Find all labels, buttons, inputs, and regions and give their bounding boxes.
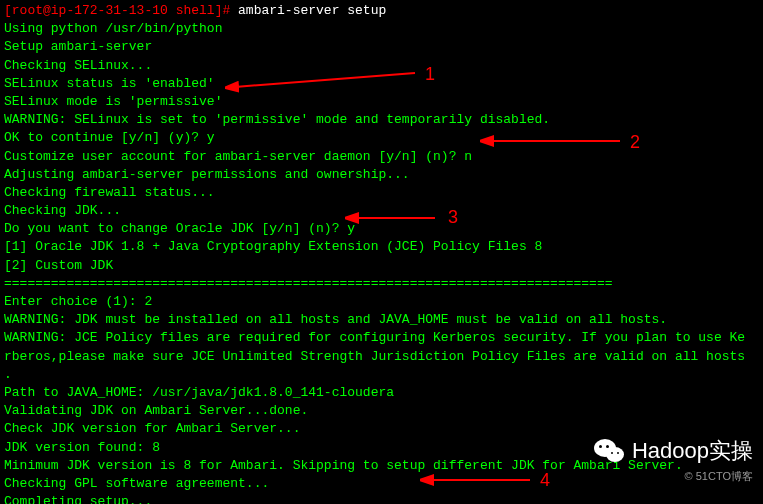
- command-line: [root@ip-172-31-13-10 shell]# ambari-ser…: [4, 2, 759, 20]
- output-line: ========================================…: [4, 275, 759, 293]
- output-line: Using python /usr/bin/python: [4, 20, 759, 38]
- output-line: SELinux mode is 'permissive': [4, 93, 759, 111]
- wechat-icon: [594, 437, 626, 465]
- output-line: Checking JDK...: [4, 202, 759, 220]
- output-line: WARNING: SELinux is set to 'permissive' …: [4, 111, 759, 129]
- output-line: Checking firewall status...: [4, 184, 759, 202]
- output-line: [1] Oracle JDK 1.8 + Java Cryptography E…: [4, 238, 759, 256]
- annotation-label-2: 2: [630, 130, 640, 155]
- watermark: Hadoop实操 © 51CTO博客: [594, 436, 753, 484]
- output-line: Adjusting ambari-server permissions and …: [4, 166, 759, 184]
- output-line: Customize user account for ambari-server…: [4, 148, 759, 166]
- annotation-label-4: 4: [540, 468, 550, 493]
- annotation-label-3: 3: [448, 205, 458, 230]
- watermark-text: Hadoop实操: [632, 436, 753, 467]
- output-line: Setup ambari-server: [4, 38, 759, 56]
- watermark-main: Hadoop实操: [594, 436, 753, 467]
- output-line: Enter choice (1): 2: [4, 293, 759, 311]
- output-line: Checking SELinux...: [4, 57, 759, 75]
- output-line: Completing setup...: [4, 493, 759, 504]
- terminal-output[interactable]: [root@ip-172-31-13-10 shell]# ambari-ser…: [0, 0, 763, 504]
- annotation-label-1: 1: [425, 62, 435, 87]
- shell-prompt: [root@ip-172-31-13-10 shell]#: [4, 3, 238, 18]
- output-line: OK to continue [y/n] (y)? y: [4, 129, 759, 147]
- watermark-sub: © 51CTO博客: [594, 469, 753, 484]
- output-line: Do you want to change Oracle JDK [y/n] (…: [4, 220, 759, 238]
- output-line: Path to JAVA_HOME: /usr/java/jdk1.8.0_14…: [4, 384, 759, 402]
- command-text: ambari-server setup: [238, 3, 386, 18]
- output-line: Validating JDK on Ambari Server...done.: [4, 402, 759, 420]
- output-line: [2] Custom JDK: [4, 257, 759, 275]
- output-line: WARNING: JCE Policy files are required f…: [4, 329, 759, 347]
- output-line: SELinux status is 'enabled': [4, 75, 759, 93]
- output-line: rberos,please make sure JCE Unlimited St…: [4, 348, 759, 366]
- output-line: .: [4, 366, 759, 384]
- output-line: WARNING: JDK must be installed on all ho…: [4, 311, 759, 329]
